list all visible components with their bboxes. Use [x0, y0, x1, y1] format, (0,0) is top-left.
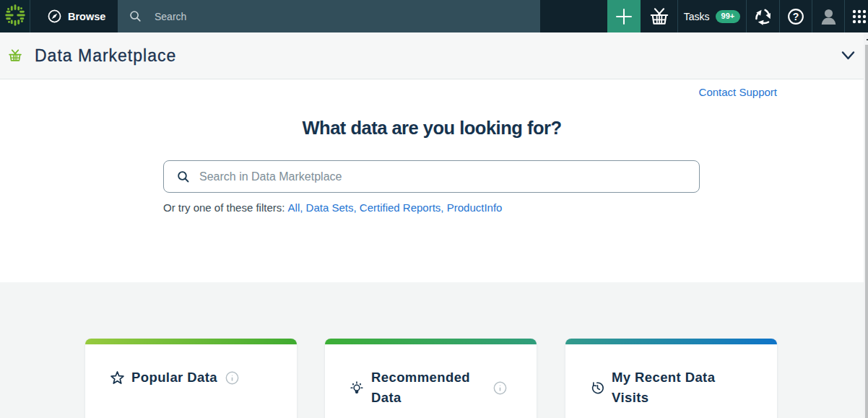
filter-separator: ,: [440, 201, 446, 214]
basket-button[interactable]: [641, 0, 677, 32]
recent-data-visits-card[interactable]: My Recent Data Visits: [565, 339, 777, 418]
svg-text:?: ?: [793, 10, 799, 22]
lightbulb-icon: [349, 380, 365, 396]
hero-heading: What data are you looking for?: [0, 118, 864, 139]
filter-link-all[interactable]: All: [288, 201, 300, 214]
filters-prefix: Or try one of these filters:: [163, 201, 288, 214]
star-icon: [109, 370, 125, 386]
create-button[interactable]: [607, 0, 641, 32]
card-accent-bar: [85, 339, 297, 344]
marketplace-search-box[interactable]: [163, 160, 700, 193]
browse-menu[interactable]: Browse: [31, 0, 118, 32]
collapse-header-button[interactable]: [835, 43, 861, 69]
search-icon: [129, 9, 142, 23]
cards-section: Popular Data: [0, 282, 868, 418]
page-header: Data Marketplace: [0, 32, 868, 79]
filter-link-productinfo[interactable]: ProductInfo: [447, 201, 503, 214]
help-button[interactable]: ?: [779, 0, 812, 32]
browse-label: Browse: [68, 11, 105, 22]
basket-icon: [649, 6, 669, 27]
filter-link-certified-reports[interactable]: Certified Reports: [360, 201, 441, 214]
vertical-scrollbar[interactable]: [864, 32, 868, 418]
help-icon: ?: [786, 7, 805, 26]
apps-menu-button[interactable]: [844, 0, 868, 32]
card-title-row: Recommended Data: [349, 367, 513, 408]
card-accent-bar: [325, 339, 537, 344]
app-logo[interactable]: [0, 0, 30, 32]
history-icon: [589, 380, 605, 396]
plus-icon: [615, 7, 633, 26]
activities-button[interactable]: [746, 0, 779, 32]
card-accent-bar: [565, 339, 777, 344]
popular-data-card[interactable]: Popular Data: [85, 339, 297, 418]
filter-separator: ,: [353, 201, 359, 214]
info-icon[interactable]: [225, 371, 239, 385]
card-title: My Recent Data Visits: [612, 367, 726, 408]
compass-icon: [47, 9, 62, 24]
apps-grid-icon: [851, 8, 868, 25]
info-icon[interactable]: [493, 381, 507, 395]
recommended-data-card[interactable]: Recommended Data: [325, 339, 537, 418]
contact-support-link[interactable]: Contact Support: [699, 86, 777, 98]
marketplace-basket-icon: [8, 48, 22, 66]
chevron-down-icon: [841, 51, 855, 61]
scrollbar-thumb[interactable]: [865, 45, 868, 418]
card-title: Recommended Data: [371, 367, 485, 408]
screen: Browse: [0, 0, 868, 418]
tasks-label: Tasks: [684, 11, 710, 22]
marketplace-search-input[interactable]: [199, 170, 699, 183]
filter-link-data-sets[interactable]: Data Sets: [306, 201, 354, 214]
tasks-count-badge: 99+: [716, 10, 741, 23]
user-avatar[interactable]: [812, 0, 844, 32]
company-logo-icon: [3, 3, 27, 30]
top-navigation-bar: Browse: [0, 0, 868, 32]
tasks-button[interactable]: Tasks 99+: [677, 0, 746, 32]
card-title-row: My Recent Data Visits: [589, 367, 753, 408]
cycle-arrows-icon: [751, 4, 776, 29]
hero-section: Contact Support What data are you lookin…: [0, 80, 868, 282]
card-title-row: Popular Data: [109, 367, 273, 388]
filter-separator: ,: [300, 201, 305, 214]
global-search[interactable]: [118, 0, 540, 32]
global-search-input[interactable]: [155, 11, 501, 22]
card-title: Popular Data: [131, 367, 217, 388]
avatar-icon: [818, 6, 839, 27]
search-icon: [176, 170, 191, 184]
filter-links: All, Data Sets, Certified Reports, Produ…: [288, 201, 503, 214]
page-title: Data Marketplace: [35, 46, 176, 66]
filter-suggestions: Or try one of these filters: All, Data S…: [163, 201, 502, 214]
